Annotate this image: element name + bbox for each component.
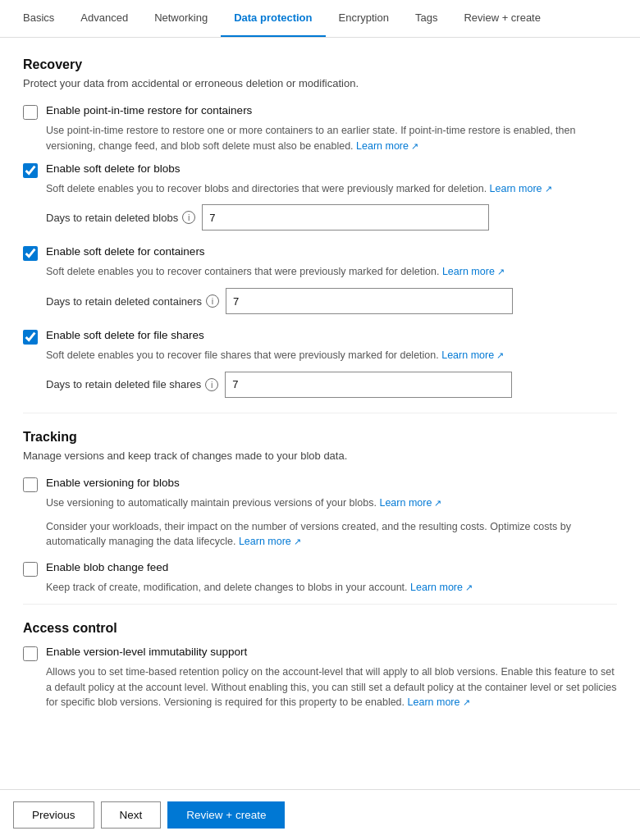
recovery-desc: Protect your data from accidental or err…: [23, 77, 617, 89]
soft-delete-fileshares-row: Enable soft delete for file shares: [23, 329, 617, 345]
versioning-checkbox[interactable]: [23, 477, 38, 492]
soft-delete-blobs-learn-more[interactable]: Learn more: [490, 183, 552, 194]
tab-bar: Basics Advanced Networking Data protecti…: [0, 0, 640, 38]
soft-delete-containers-label[interactable]: Enable soft delete for containers: [46, 245, 205, 258]
point-in-time-checkbox[interactable]: [23, 105, 38, 120]
tab-encryption[interactable]: Encryption: [326, 0, 402, 37]
change-feed-sublabel: Keep track of create, modification, and …: [46, 580, 617, 596]
versioning-learn-more2[interactable]: Learn more: [239, 536, 301, 547]
days-containers-info-icon: i: [206, 294, 219, 308]
footer: Previous Next Review + create: [0, 789, 640, 840]
days-blobs-input[interactable]: [202, 204, 489, 231]
next-button[interactable]: Next: [101, 801, 162, 829]
tracking-access-divider: [23, 604, 617, 605]
days-blobs-row: Days to retain deleted blobs i: [46, 204, 617, 231]
soft-delete-fileshares-learn-more[interactable]: Learn more: [441, 349, 504, 361]
days-containers-input[interactable]: [226, 288, 513, 314]
tab-basics[interactable]: Basics: [10, 0, 67, 37]
days-fileshares-input[interactable]: [225, 372, 512, 398]
tracking-title: Tracking: [23, 430, 617, 445]
recovery-title: Recovery: [23, 57, 617, 72]
tab-data-protection[interactable]: Data protection: [221, 0, 325, 37]
tracking-desc: Manage versions and keep track of change…: [23, 450, 617, 462]
days-fileshares-row: Days to retain deleted file shares i: [46, 372, 617, 398]
soft-delete-fileshares-sublabel: Soft delete enables you to recover file …: [46, 348, 617, 363]
soft-delete-containers-sublabel: Soft delete enables you to recover conta…: [46, 264, 617, 280]
recovery-tracking-divider: [23, 413, 617, 413]
tracking-section: Tracking Manage versions and keep track …: [23, 430, 617, 596]
soft-delete-containers-row: Enable soft delete for containers: [23, 245, 617, 261]
immutability-learn-more[interactable]: Learn more: [408, 696, 470, 708]
versioning-row: Enable versioning for blobs: [23, 477, 617, 492]
immutability-checkbox[interactable]: [23, 646, 38, 661]
soft-delete-blobs-label[interactable]: Enable soft delete for blobs: [46, 162, 181, 175]
versioning-sublabel: Use versioning to automatically maintain…: [46, 495, 617, 511]
soft-delete-fileshares-label[interactable]: Enable soft delete for file shares: [46, 329, 204, 341]
immutability-sublabel: Allows you to set time-based retention p…: [46, 664, 617, 710]
days-containers-label: Days to retain deleted containers i: [46, 294, 219, 308]
soft-delete-containers-learn-more[interactable]: Learn more: [442, 266, 505, 277]
change-feed-learn-more[interactable]: Learn more: [410, 582, 473, 593]
days-blobs-label: Days to retain deleted blobs i: [46, 211, 195, 224]
point-in-time-learn-more[interactable]: Learn more: [356, 140, 418, 152]
soft-delete-containers-checkbox[interactable]: [23, 246, 38, 261]
versioning-learn-more[interactable]: Learn more: [379, 497, 441, 509]
change-feed-label[interactable]: Enable blob change feed: [46, 561, 168, 573]
review-create-button[interactable]: Review + create: [167, 801, 285, 829]
recovery-section: Recovery Protect your data from accident…: [23, 57, 617, 398]
soft-delete-blobs-sublabel: Soft delete enables you to recover blobs…: [46, 181, 617, 197]
immutability-row: Enable version-level immutability suppor…: [23, 646, 617, 661]
soft-delete-blobs-checkbox[interactable]: [23, 163, 38, 178]
tab-review-create[interactable]: Review + create: [450, 0, 554, 37]
point-in-time-sublabel: Use point-in-time restore to restore one…: [46, 123, 617, 154]
soft-delete-blobs-row: Enable soft delete for blobs: [23, 162, 617, 178]
soft-delete-fileshares-checkbox[interactable]: [23, 330, 38, 345]
point-in-time-row: Enable point-in-time restore for contain…: [23, 104, 617, 120]
versioning-label[interactable]: Enable versioning for blobs: [46, 477, 180, 489]
days-blobs-info-icon: i: [182, 211, 195, 224]
tab-tags[interactable]: Tags: [402, 0, 450, 37]
immutability-label[interactable]: Enable version-level immutability suppor…: [46, 646, 247, 658]
previous-button[interactable]: Previous: [13, 801, 94, 829]
change-feed-row: Enable blob change feed: [23, 561, 617, 577]
versioning-sublabel2: Consider your workloads, their impact on…: [46, 519, 617, 550]
main-content: Recovery Protect your data from accident…: [0, 38, 640, 738]
access-control-title: Access control: [23, 621, 617, 636]
change-feed-checkbox[interactable]: [23, 562, 38, 577]
days-fileshares-info-icon: i: [205, 378, 218, 391]
access-control-section: Access control Enable version-level immu…: [23, 621, 617, 710]
tab-advanced[interactable]: Advanced: [67, 0, 141, 37]
days-containers-row: Days to retain deleted containers i: [46, 288, 617, 314]
days-fileshares-label: Days to retain deleted file shares i: [46, 378, 218, 391]
tab-networking[interactable]: Networking: [141, 0, 221, 37]
point-in-time-label[interactable]: Enable point-in-time restore for contain…: [46, 104, 252, 116]
